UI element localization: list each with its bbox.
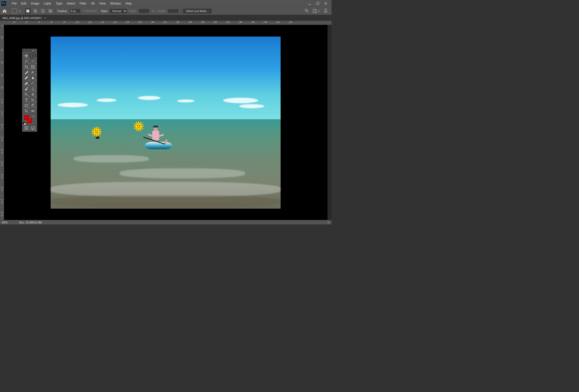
window-minimize-button[interactable] xyxy=(308,2,311,5)
svg-rect-32 xyxy=(31,127,34,129)
selection-add-button[interactable] xyxy=(33,8,38,14)
brush-tool[interactable] xyxy=(23,75,30,81)
move-tool[interactable] xyxy=(23,53,30,59)
lasso-tool[interactable] xyxy=(23,59,30,64)
menu-3d[interactable]: 3D xyxy=(89,0,97,7)
chevron-down-icon[interactable] xyxy=(19,10,21,12)
pen-tool[interactable] xyxy=(30,92,36,97)
style-select[interactable]: Normal xyxy=(110,9,127,13)
menu-window[interactable]: Window xyxy=(108,0,123,7)
menu-filter[interactable]: Filter xyxy=(77,0,89,7)
path-selection-tool[interactable] xyxy=(30,97,36,103)
quick-mask-button[interactable] xyxy=(23,125,30,131)
eraser-tool[interactable] xyxy=(30,81,36,86)
eyedropper-tool[interactable] xyxy=(23,70,30,75)
ruler-tick: 30 xyxy=(201,21,204,25)
blur-tool[interactable] xyxy=(30,86,36,92)
home-button[interactable] xyxy=(2,8,8,14)
spot-healing-tool[interactable] xyxy=(30,70,36,75)
window-close-button[interactable] xyxy=(324,2,327,5)
tab-close-button[interactable]: × xyxy=(44,16,46,20)
tools-panel[interactable]: ◂◂ × xyxy=(22,49,37,132)
status-menu-icon[interactable]: ▸ xyxy=(328,221,329,224)
svg-point-27 xyxy=(34,111,34,111)
app-logo: Ps xyxy=(2,1,6,6)
workspace-button[interactable] xyxy=(312,9,320,13)
menu-help[interactable]: Help xyxy=(123,0,134,7)
chevron-down-icon xyxy=(318,10,320,12)
ruler-tick: 2 xyxy=(0,49,4,52)
ruler-tick: 0 xyxy=(13,21,15,25)
window-controls xyxy=(308,2,330,5)
divider xyxy=(55,8,55,14)
divider xyxy=(23,8,23,14)
selection-subtract-button[interactable] xyxy=(40,8,46,14)
ruler-tick: 10 xyxy=(0,99,4,104)
ruler-tick: 38 xyxy=(251,21,255,25)
active-tool-icon[interactable] xyxy=(12,9,17,14)
image-person-cap xyxy=(153,125,158,127)
swap-colors-icon[interactable]: ⤭ xyxy=(33,115,35,118)
svg-point-19 xyxy=(32,72,33,73)
dodge-tool[interactable] xyxy=(23,92,30,97)
image-sea xyxy=(51,119,281,209)
ruler-tick: 24 xyxy=(163,21,167,25)
work-area: 0246810121416182022242628303234363840424… xyxy=(0,21,332,220)
feather-input[interactable] xyxy=(70,9,80,13)
type-tool[interactable] xyxy=(23,97,30,103)
doc-size[interactable]: Doc: 15,3M/15,3M xyxy=(19,221,42,224)
svg-point-10 xyxy=(305,9,307,11)
menu-type[interactable]: Type xyxy=(53,0,64,7)
shape-tool[interactable] xyxy=(23,103,30,108)
hand-tool[interactable] xyxy=(30,103,36,108)
vertical-ruler[interactable]: 20246810121416182022242628 xyxy=(0,25,4,220)
height-input xyxy=(168,9,179,13)
ruler-tick: 40 xyxy=(264,21,267,25)
foreground-color-swatch[interactable] xyxy=(24,115,29,120)
svg-rect-30 xyxy=(25,126,28,129)
menu-select[interactable]: Select xyxy=(64,0,77,7)
menu-image[interactable]: Image xyxy=(29,0,41,7)
svg-rect-9 xyxy=(50,10,52,13)
svg-point-25 xyxy=(32,111,32,111)
ruler-tick: 16 xyxy=(113,21,117,25)
document-tab[interactable]: IMG_0486.jpg @ 60% (RGB/8*) × xyxy=(0,15,48,21)
window-maximize-button[interactable] xyxy=(316,2,319,5)
edit-toolbar-button[interactable] xyxy=(30,108,36,114)
svg-rect-29 xyxy=(24,123,26,125)
antialias-checkbox: ☐ Anti-alias xyxy=(82,9,97,13)
search-button[interactable] xyxy=(304,8,309,14)
horizontal-ruler[interactable]: 0246810121416182022242628303234363840424… xyxy=(4,21,327,25)
frame-tool[interactable] xyxy=(30,64,36,70)
canvas-viewport[interactable] xyxy=(4,25,327,220)
magic-wand-tool[interactable] xyxy=(30,59,36,64)
menu-edit[interactable]: Edit xyxy=(19,0,29,7)
menu-layer[interactable]: Layer xyxy=(41,0,53,7)
selection-new-button[interactable] xyxy=(25,8,31,14)
svg-rect-33 xyxy=(32,129,34,129)
close-icon[interactable]: × xyxy=(35,49,36,52)
zoom-tool[interactable] xyxy=(23,108,30,114)
options-bar: Feather: ☐ Anti-alias Style: Normal Widt… xyxy=(0,7,332,15)
tools-panel-header[interactable]: ◂◂ × xyxy=(22,49,37,52)
collapse-icon[interactable]: ◂◂ xyxy=(32,49,34,52)
home-icon xyxy=(2,9,7,13)
image-sky xyxy=(51,37,281,119)
gradient-tool[interactable] xyxy=(23,86,30,92)
select-and-mask-button[interactable]: Select and Mask... xyxy=(183,9,212,14)
image-sun-sticker xyxy=(92,127,101,136)
crop-tool[interactable] xyxy=(23,64,30,70)
history-brush-tool[interactable] xyxy=(23,81,30,86)
screen-mode-button[interactable] xyxy=(30,125,36,131)
menu-file[interactable]: File xyxy=(10,0,19,7)
clone-stamp-tool[interactable] xyxy=(30,75,36,81)
selection-intersect-button[interactable] xyxy=(48,8,53,14)
rectangular-marquee-tool[interactable] xyxy=(30,53,36,59)
ruler-tick: 2 xyxy=(26,21,28,25)
document-image[interactable] xyxy=(51,37,281,209)
zoom-level[interactable]: 60% xyxy=(2,221,15,224)
ruler-tick: 28 xyxy=(189,21,192,25)
default-colors-icon[interactable] xyxy=(23,122,26,125)
menu-view[interactable]: View xyxy=(97,0,108,7)
share-button[interactable] xyxy=(323,8,328,14)
